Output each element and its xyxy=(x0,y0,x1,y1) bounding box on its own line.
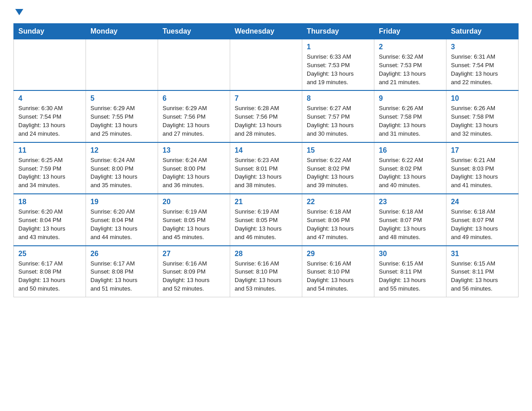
day-of-week-friday: Friday xyxy=(374,24,446,39)
calendar-cell: 27Sunrise: 6:16 AM Sunset: 8:09 PM Dayli… xyxy=(158,246,230,297)
calendar-cell: 6Sunrise: 6:29 AM Sunset: 7:56 PM Daylig… xyxy=(158,90,230,142)
day-info: Sunrise: 6:19 AM Sunset: 8:05 PM Dayligh… xyxy=(163,208,225,241)
day-info: Sunrise: 6:20 AM Sunset: 8:04 PM Dayligh… xyxy=(18,208,81,241)
day-number: 26 xyxy=(90,250,153,258)
day-info: Sunrise: 6:33 AM Sunset: 7:53 PM Dayligh… xyxy=(307,53,369,86)
day-info: Sunrise: 6:15 AM Sunset: 8:11 PM Dayligh… xyxy=(451,260,514,293)
calendar-cell: 2Sunrise: 6:32 AM Sunset: 7:53 PM Daylig… xyxy=(374,39,446,91)
day-info: Sunrise: 6:30 AM Sunset: 7:54 PM Dayligh… xyxy=(18,104,81,138)
day-number: 9 xyxy=(379,94,442,103)
calendar-cell: 5Sunrise: 6:29 AM Sunset: 7:55 PM Daylig… xyxy=(86,90,158,142)
day-info: Sunrise: 6:26 AM Sunset: 7:58 PM Dayligh… xyxy=(451,104,514,138)
day-info: Sunrise: 6:18 AM Sunset: 8:06 PM Dayligh… xyxy=(307,208,369,241)
calendar-cell: 18Sunrise: 6:20 AM Sunset: 8:04 PM Dayli… xyxy=(14,194,86,245)
day-info: Sunrise: 6:28 AM Sunset: 7:56 PM Dayligh… xyxy=(235,104,297,138)
day-number: 30 xyxy=(379,250,442,258)
day-number: 18 xyxy=(18,198,81,206)
calendar-cell: 23Sunrise: 6:18 AM Sunset: 8:07 PM Dayli… xyxy=(374,194,446,245)
day-info: Sunrise: 6:20 AM Sunset: 8:04 PM Dayligh… xyxy=(90,208,153,241)
calendar-cell xyxy=(86,39,158,91)
day-info: Sunrise: 6:18 AM Sunset: 8:07 PM Dayligh… xyxy=(379,208,442,241)
calendar-cell: 22Sunrise: 6:18 AM Sunset: 8:06 PM Dayli… xyxy=(302,194,374,245)
day-number: 28 xyxy=(235,250,297,258)
calendar-cell: 13Sunrise: 6:24 AM Sunset: 8:00 PM Dayli… xyxy=(158,142,230,194)
day-number: 25 xyxy=(18,250,81,258)
day-info: Sunrise: 6:16 AM Sunset: 8:10 PM Dayligh… xyxy=(235,260,297,293)
calendar-week-row: 11Sunrise: 6:25 AM Sunset: 7:59 PM Dayli… xyxy=(14,142,519,194)
day-number: 21 xyxy=(235,198,297,206)
day-number: 4 xyxy=(18,94,81,103)
day-info: Sunrise: 6:26 AM Sunset: 7:58 PM Dayligh… xyxy=(379,104,442,138)
calendar-cell: 8Sunrise: 6:27 AM Sunset: 7:57 PM Daylig… xyxy=(302,90,374,142)
calendar-cell: 9Sunrise: 6:26 AM Sunset: 7:58 PM Daylig… xyxy=(374,90,446,142)
day-info: Sunrise: 6:27 AM Sunset: 7:57 PM Dayligh… xyxy=(307,104,369,138)
day-number: 10 xyxy=(451,94,514,103)
day-number: 16 xyxy=(379,146,442,154)
calendar-cell: 11Sunrise: 6:25 AM Sunset: 7:59 PM Dayli… xyxy=(14,142,86,194)
day-number: 19 xyxy=(90,198,153,206)
calendar-cell: 12Sunrise: 6:24 AM Sunset: 8:00 PM Dayli… xyxy=(86,142,158,194)
calendar-cell: 24Sunrise: 6:18 AM Sunset: 8:07 PM Dayli… xyxy=(446,194,519,245)
logo xyxy=(13,9,23,16)
day-number: 6 xyxy=(163,94,225,103)
day-number: 11 xyxy=(18,146,81,154)
day-info: Sunrise: 6:31 AM Sunset: 7:54 PM Dayligh… xyxy=(451,53,514,86)
day-number: 29 xyxy=(307,250,369,258)
calendar-week-row: 1Sunrise: 6:33 AM Sunset: 7:53 PM Daylig… xyxy=(14,39,519,91)
calendar-cell xyxy=(158,39,230,91)
calendar-cell: 31Sunrise: 6:15 AM Sunset: 8:11 PM Dayli… xyxy=(446,246,519,297)
day-info: Sunrise: 6:23 AM Sunset: 8:01 PM Dayligh… xyxy=(235,156,297,190)
calendar-cell: 17Sunrise: 6:21 AM Sunset: 8:03 PM Dayli… xyxy=(446,142,519,194)
day-number: 17 xyxy=(451,146,514,154)
day-number: 13 xyxy=(163,146,225,154)
header xyxy=(13,9,519,16)
day-of-week-tuesday: Tuesday xyxy=(158,24,230,39)
calendar-cell: 25Sunrise: 6:17 AM Sunset: 8:08 PM Dayli… xyxy=(14,246,86,297)
day-number: 23 xyxy=(379,198,442,206)
calendar-cell xyxy=(230,39,302,91)
calendar-header-row: SundayMondayTuesdayWednesdayThursdayFrid… xyxy=(14,24,519,39)
day-number: 1 xyxy=(307,43,369,51)
day-info: Sunrise: 6:24 AM Sunset: 8:00 PM Dayligh… xyxy=(90,156,153,190)
calendar-cell: 19Sunrise: 6:20 AM Sunset: 8:04 PM Dayli… xyxy=(86,194,158,245)
calendar-cell: 21Sunrise: 6:19 AM Sunset: 8:05 PM Dayli… xyxy=(230,194,302,245)
calendar-cell: 29Sunrise: 6:16 AM Sunset: 8:10 PM Dayli… xyxy=(302,246,374,297)
day-info: Sunrise: 6:29 AM Sunset: 7:56 PM Dayligh… xyxy=(163,104,225,138)
day-of-week-monday: Monday xyxy=(86,24,158,39)
calendar-week-row: 25Sunrise: 6:17 AM Sunset: 8:08 PM Dayli… xyxy=(14,246,519,297)
calendar-cell: 1Sunrise: 6:33 AM Sunset: 7:53 PM Daylig… xyxy=(302,39,374,91)
calendar-cell: 14Sunrise: 6:23 AM Sunset: 8:01 PM Dayli… xyxy=(230,142,302,194)
calendar-week-row: 4Sunrise: 6:30 AM Sunset: 7:54 PM Daylig… xyxy=(14,90,519,142)
day-number: 20 xyxy=(163,198,225,206)
day-info: Sunrise: 6:17 AM Sunset: 8:08 PM Dayligh… xyxy=(18,260,81,293)
calendar-cell: 20Sunrise: 6:19 AM Sunset: 8:05 PM Dayli… xyxy=(158,194,230,245)
day-number: 31 xyxy=(451,250,514,258)
day-info: Sunrise: 6:25 AM Sunset: 7:59 PM Dayligh… xyxy=(18,156,81,190)
calendar-cell: 3Sunrise: 6:31 AM Sunset: 7:54 PM Daylig… xyxy=(446,39,519,91)
day-number: 8 xyxy=(307,94,369,103)
day-info: Sunrise: 6:21 AM Sunset: 8:03 PM Dayligh… xyxy=(451,156,514,190)
day-number: 5 xyxy=(90,94,153,103)
day-number: 3 xyxy=(451,43,514,51)
day-info: Sunrise: 6:32 AM Sunset: 7:53 PM Dayligh… xyxy=(379,53,442,86)
calendar-cell: 10Sunrise: 6:26 AM Sunset: 7:58 PM Dayli… xyxy=(446,90,519,142)
calendar-cell: 15Sunrise: 6:22 AM Sunset: 8:02 PM Dayli… xyxy=(302,142,374,194)
calendar-cell: 4Sunrise: 6:30 AM Sunset: 7:54 PM Daylig… xyxy=(14,90,86,142)
day-number: 14 xyxy=(235,146,297,154)
day-number: 24 xyxy=(451,198,514,206)
day-info: Sunrise: 6:16 AM Sunset: 8:09 PM Dayligh… xyxy=(163,260,225,293)
day-of-week-wednesday: Wednesday xyxy=(230,24,302,39)
day-info: Sunrise: 6:19 AM Sunset: 8:05 PM Dayligh… xyxy=(235,208,297,241)
day-info: Sunrise: 6:17 AM Sunset: 8:08 PM Dayligh… xyxy=(90,260,153,293)
day-info: Sunrise: 6:22 AM Sunset: 8:02 PM Dayligh… xyxy=(379,156,442,190)
calendar-cell: 30Sunrise: 6:15 AM Sunset: 8:11 PM Dayli… xyxy=(374,246,446,297)
day-of-week-thursday: Thursday xyxy=(302,24,374,39)
day-of-week-sunday: Sunday xyxy=(14,24,86,39)
day-number: 15 xyxy=(307,146,369,154)
calendar-cell xyxy=(14,39,86,91)
day-number: 7 xyxy=(235,94,297,103)
calendar: SundayMondayTuesdayWednesdayThursdayFrid… xyxy=(13,23,519,297)
calendar-cell: 26Sunrise: 6:17 AM Sunset: 8:08 PM Dayli… xyxy=(86,246,158,297)
day-number: 12 xyxy=(90,146,153,154)
day-of-week-saturday: Saturday xyxy=(446,24,519,39)
